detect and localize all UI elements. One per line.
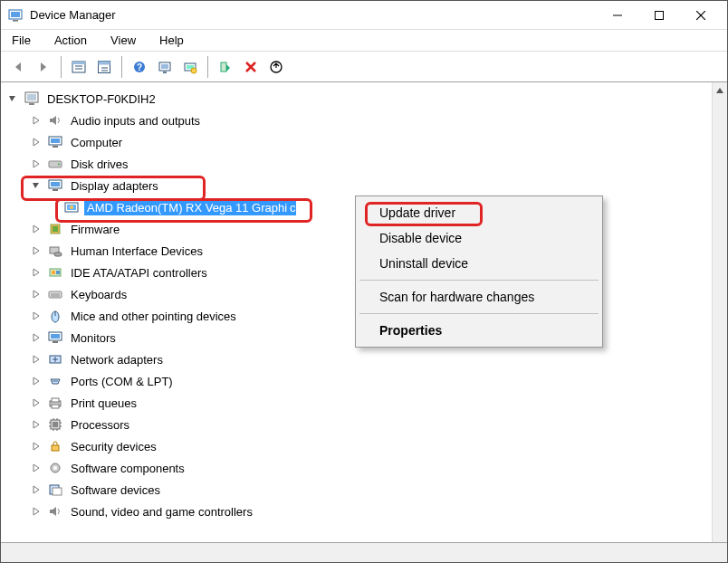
tree-item-security[interactable]: Security devices [3, 435, 710, 457]
svg-rect-61 [52, 405, 59, 408]
disable-device-button[interactable] [239, 55, 263, 79]
speaker-icon [46, 111, 64, 129]
forward-button[interactable] [32, 55, 55, 79]
close-button[interactable] [680, 2, 722, 29]
ctx-properties[interactable]: Properties [358, 318, 600, 343]
svg-rect-54 [53, 341, 58, 343]
chevron-down-icon[interactable] [30, 179, 43, 192]
ctx-disable-device[interactable]: Disable device [358, 225, 600, 251]
tree-label: Network adapters [68, 352, 166, 367]
menu-view[interactable]: View [107, 32, 139, 49]
ctx-update-driver[interactable]: Update driver [358, 200, 600, 225]
tree-item-audio[interactable]: Audio inputs and outputs [3, 110, 710, 131]
back-button[interactable] [6, 55, 30, 79]
svg-rect-46 [56, 271, 60, 274]
minimize-button[interactable] [597, 2, 638, 29]
svg-point-33 [58, 164, 60, 166]
speaker-icon [46, 502, 64, 520]
svg-rect-53 [51, 334, 60, 339]
chevron-right-icon[interactable] [30, 353, 43, 366]
tree-label: Computer [68, 135, 125, 150]
tree-label: Mice and other pointing devices [68, 309, 239, 324]
scan-hardware-button[interactable] [153, 55, 177, 79]
tree-item-swdev[interactable]: Software devices [3, 479, 710, 501]
printer-icon [46, 394, 64, 412]
menu-action[interactable]: Action [51, 32, 91, 49]
chevron-right-icon[interactable] [30, 331, 43, 344]
security-icon [46, 437, 64, 455]
svg-rect-27 [27, 94, 36, 100]
chip-icon [46, 220, 64, 238]
uninstall-device-button[interactable] [264, 55, 288, 79]
svg-rect-43 [54, 253, 62, 256]
tree-item-display-adapters[interactable]: Display adapters [3, 175, 710, 196]
tree-item-processors[interactable]: Processors [3, 414, 710, 435]
svg-point-58 [56, 380, 58, 382]
svg-rect-2 [13, 20, 18, 22]
update-driver-button[interactable] [178, 55, 202, 79]
show-hide-tree-button[interactable] [67, 55, 91, 79]
chevron-right-icon[interactable] [30, 440, 43, 453]
titlebar: Device Manager [1, 1, 727, 30]
chevron-right-icon[interactable] [30, 483, 43, 496]
tree-label: Audio inputs and outputs [68, 113, 203, 129]
monitor-icon [46, 133, 64, 151]
chevron-right-icon[interactable] [30, 136, 43, 148]
mouse-icon [46, 307, 64, 325]
gear-icon [46, 459, 64, 477]
tree-label: IDE ATA/ATAPI controllers [68, 265, 210, 281]
svg-point-57 [54, 380, 56, 382]
tree-label: Human Interface Devices [68, 243, 206, 259]
keyboard-icon [46, 285, 64, 303]
chevron-down-icon[interactable] [6, 92, 19, 105]
chevron-right-icon[interactable] [30, 114, 43, 127]
menubar: File Action View Help [1, 30, 727, 52]
svg-rect-28 [29, 103, 34, 105]
tree-item-sound[interactable]: Sound, video and game controllers [3, 501, 710, 522]
chevron-right-icon[interactable] [30, 266, 43, 279]
device-manager-icon [8, 8, 23, 23]
chevron-right-icon[interactable] [30, 462, 43, 474]
chevron-right-icon[interactable] [30, 310, 43, 322]
scroll-up-icon[interactable] [713, 82, 728, 98]
tree-label: Keyboards [68, 287, 129, 302]
ctx-uninstall-device[interactable]: Uninstall device [358, 251, 600, 276]
menu-file[interactable]: File [8, 32, 34, 49]
tree-item-printq[interactable]: Print queues [3, 392, 710, 414]
chevron-right-icon[interactable] [30, 157, 43, 170]
tree-item-ports[interactable]: Ports (COM & LPT) [3, 370, 710, 392]
tree-label: Sound, video and game controllers [68, 504, 255, 520]
svg-rect-31 [53, 146, 58, 148]
root-label: DESKTOP-F0KDIH2 [44, 91, 158, 107]
tree-item-computer[interactable]: Computer [3, 131, 710, 153]
chevron-right-icon[interactable] [30, 223, 43, 235]
chevron-right-icon[interactable] [30, 418, 43, 431]
window-title: Device Manager [30, 8, 597, 22]
chevron-right-icon[interactable] [30, 396, 43, 409]
maximize-button[interactable] [638, 2, 680, 29]
software-icon [46, 481, 64, 499]
svg-rect-4 [656, 11, 664, 19]
svg-rect-64 [52, 445, 59, 451]
chevron-right-icon[interactable] [30, 375, 43, 387]
chevron-right-icon[interactable] [30, 288, 43, 301]
ctx-scan-hardware[interactable]: Scan for hardware changes [358, 284, 600, 310]
context-menu: Update driver Disable device Uninstall d… [355, 196, 603, 348]
menu-help[interactable]: Help [156, 32, 187, 49]
tree-label: AMD Radeon(TM) RX Vega 11 Graphi [84, 200, 290, 215]
enable-device-button[interactable] [214, 55, 237, 79]
properties-button[interactable] [92, 55, 116, 79]
tree-label: Disk drives [68, 157, 131, 172]
tree-item-disk[interactable]: Disk drives [3, 153, 710, 175]
svg-rect-35 [51, 182, 60, 186]
tree-root[interactable]: DESKTOP-F0KDIH2 [3, 88, 710, 110]
vertical-scrollbar[interactable] [712, 82, 727, 542]
tree-item-swcomp[interactable]: Software components [3, 457, 710, 479]
svg-rect-60 [52, 398, 59, 402]
chevron-right-icon[interactable] [30, 505, 43, 518]
ctx-separator [359, 313, 599, 314]
help-button[interactable]: ? [128, 55, 151, 79]
tree-item-network[interactable]: Network adapters [3, 348, 710, 370]
display-adapter-icon [46, 177, 64, 195]
chevron-right-icon[interactable] [30, 244, 43, 257]
